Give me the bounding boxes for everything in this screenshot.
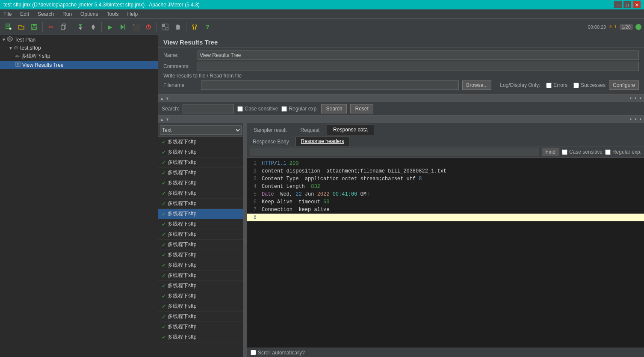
tree-item-testplan[interactable]: ▼ Test Plan (0, 35, 158, 44)
new-button[interactable] (3, 21, 15, 33)
testplan-icon (7, 36, 13, 43)
regex-row[interactable]: Regular exp. (281, 106, 318, 112)
collapse-bar-bottom[interactable]: ▲ ▼ • • • (158, 116, 644, 123)
maximize-button[interactable]: □ (623, 1, 631, 8)
search-input[interactable] (183, 104, 234, 113)
result-item-14[interactable]: ✓ 多线程下sftp (158, 271, 243, 281)
scroll-auto-row[interactable]: Scroll automatically? (251, 350, 305, 356)
find-case-sensitive-row[interactable]: Case sensitive (562, 149, 603, 155)
result-item-13[interactable]: ✓ 多线程下sftp (158, 260, 243, 271)
help-button[interactable]: ? (201, 21, 213, 33)
result-item-18[interactable]: ✓ 多线程下sftp (158, 312, 243, 322)
cut-button[interactable]: ✂ (45, 21, 57, 33)
svg-marker-19 (8, 37, 12, 41)
save-button[interactable] (28, 21, 40, 33)
start-button[interactable]: ▶ (104, 21, 116, 33)
result-item-19[interactable]: ✓ 多线程下sftp (158, 322, 243, 332)
result-item-5[interactable]: ✓ 多线程下sftp (158, 178, 243, 188)
subtab-headers-label: Response headers (301, 138, 344, 144)
tab-sampler-label: Sampler result (254, 127, 287, 133)
menu-edit[interactable]: Edit (18, 10, 31, 18)
start-no-pause-button[interactable] (117, 21, 129, 33)
subtab-response-headers[interactable]: Response headers (295, 137, 350, 146)
find-button[interactable]: Find (542, 148, 559, 156)
result-item-2[interactable]: ✓ 多线程下sftp (158, 147, 243, 158)
result-item-16[interactable]: ✓ 多线程下sftp (158, 291, 243, 301)
vrt-label: View Results Tree (22, 62, 64, 68)
stop-button[interactable]: ⬛ (130, 21, 142, 33)
result-item-9[interactable]: ✓ 多线程下sftp (158, 219, 243, 229)
find-input[interactable] (250, 148, 539, 156)
result-item-8[interactable]: ✓ 多线程下sftp (158, 209, 243, 219)
filename-input[interactable] (201, 80, 459, 90)
find-regex-checkbox[interactable] (605, 149, 611, 155)
right-content: Sampler result Request Response data Res… (247, 123, 644, 357)
successes-checkbox-row[interactable]: Successes (573, 82, 606, 88)
testplan-label: Test Plan (15, 37, 35, 43)
tree-item-vrt[interactable]: View Results Tree (0, 61, 158, 69)
result-item-12[interactable]: ✓ 多线程下sftp (158, 250, 243, 260)
shutdown-button[interactable] (142, 21, 154, 33)
errors-checkbox-row[interactable]: Errors (546, 82, 567, 88)
browse-button[interactable]: Browse... (462, 80, 491, 90)
result-item-1[interactable]: ✓ 多线程下sftp (158, 137, 243, 147)
menu-run[interactable]: Run (61, 10, 74, 18)
result-item-20[interactable]: ✓ 多线程下sftp (158, 332, 243, 342)
close-button[interactable]: ✕ (633, 1, 641, 8)
configure-button[interactable]: Configure (609, 80, 639, 90)
expand-button[interactable] (74, 21, 86, 33)
result-item-17[interactable]: ✓ 多线程下sftp (158, 301, 243, 312)
result-item-10[interactable]: ✓ 多线程下sftp (158, 229, 243, 240)
line-num-2: 2 (247, 167, 260, 175)
tree-item-script[interactable]: ✏ 多线程下sftp (0, 52, 158, 61)
clear-button[interactable]: 🗑 (172, 21, 184, 33)
subtab-response-body[interactable]: Response Body (247, 137, 295, 146)
scroll-auto-checkbox[interactable] (251, 350, 256, 355)
filename-label: Filename (163, 82, 198, 88)
result-label-12: 多线程下sftp (168, 251, 196, 259)
result-item-15[interactable]: ✓ 多线程下sftp (158, 281, 243, 291)
tab-sampler-result[interactable]: Sampler result (247, 125, 293, 135)
find-regex-row[interactable]: Regular exp. (605, 149, 641, 155)
open-button[interactable] (15, 21, 27, 33)
comments-input[interactable] (198, 62, 639, 71)
tab-request[interactable]: Request (294, 125, 326, 135)
regex-checkbox[interactable] (281, 106, 287, 112)
line-content-4: Content Length 832 (260, 183, 320, 190)
errors-checkbox[interactable] (546, 83, 552, 88)
menu-file[interactable]: File (2, 10, 13, 18)
reset-button[interactable]: Reset (350, 104, 373, 113)
copy-button[interactable] (58, 21, 70, 33)
menu-options[interactable]: Options (79, 10, 100, 18)
collapse-bar-top[interactable]: ▲ ▼ • • • (158, 95, 644, 102)
function-helper-button[interactable] (189, 21, 201, 33)
successes-checkbox[interactable] (573, 83, 579, 88)
result-item-7[interactable]: ✓ 多线程下sftp (158, 199, 243, 209)
tab-response-data[interactable]: Response data (327, 125, 374, 135)
menu-search[interactable]: Search (36, 10, 56, 18)
result-item-11[interactable]: ✓ 多线程下sftp (158, 240, 243, 250)
results-type-select[interactable]: Text RegExp Tester CSS/JQuery Tester JSO… (160, 125, 242, 135)
case-sensitive-checkbox[interactable] (237, 106, 243, 112)
menu-help[interactable]: Help (125, 10, 139, 18)
line-num-6: 6 (247, 198, 260, 206)
result-item-6[interactable]: ✓ 多线程下sftp (158, 188, 243, 199)
result-item-3[interactable]: ✓ 多线程下sftp (158, 158, 243, 168)
case-sensitive-row[interactable]: Case sensitive (237, 106, 278, 112)
collapse-button[interactable] (87, 21, 99, 33)
templates-button[interactable] (159, 21, 171, 33)
line-content-2: content disposition attachment;filename … (260, 167, 446, 175)
code-line-1: 1 HTTP/1.1 200 (247, 160, 644, 167)
tree-item-testsftop[interactable]: ▼ ⚙ test.sftop (0, 44, 158, 52)
result-item-4[interactable]: ✓ 多线程下sftp (158, 168, 243, 178)
check-icon-8: ✓ (162, 211, 166, 217)
minimize-button[interactable]: ─ (614, 1, 622, 8)
section-title: Write results to file / Read from file (163, 73, 639, 79)
result-label-13: 多线程下sftp (168, 262, 196, 269)
search-button[interactable]: Search (321, 104, 347, 113)
vertical-drag-handle[interactable]: ⋮ (244, 123, 247, 357)
name-input[interactable] (198, 51, 639, 60)
find-case-sensitive-checkbox[interactable] (562, 149, 567, 155)
search-label: Search: (162, 106, 179, 112)
menu-tools[interactable]: Tools (105, 10, 120, 18)
